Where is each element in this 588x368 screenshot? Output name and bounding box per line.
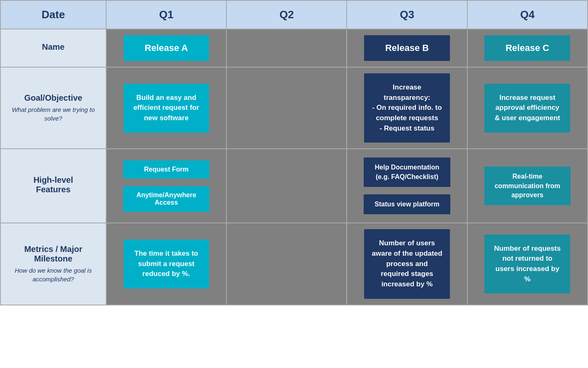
name-cell-q2 bbox=[226, 29, 347, 67]
metric-c-box: Number of requests not returned to users… bbox=[484, 235, 570, 294]
metrics-label-cell: Metrics / Major Milestone How do we know… bbox=[0, 223, 106, 305]
goal-cell-q3: Increase transparency:- On required info… bbox=[347, 67, 467, 149]
metrics-row: Metrics / Major Milestone How do we know… bbox=[0, 223, 588, 305]
goal-cell-q1: Build an easy and efficient request for … bbox=[106, 67, 226, 149]
features-label-cell: High-levelFeatures bbox=[0, 149, 106, 223]
feature-b2-box: Status view platform bbox=[364, 194, 450, 214]
features-label-title: High-levelFeatures bbox=[7, 175, 100, 194]
name-label-cell: Name bbox=[0, 29, 106, 67]
feature-c1-box: Real-time communication from approvers bbox=[484, 167, 571, 205]
name-cell-q4: Release C bbox=[467, 29, 588, 67]
metrics-cell-q2 bbox=[226, 223, 347, 305]
header-q4: Q4 bbox=[467, 0, 588, 29]
release-c-box: Release C bbox=[484, 35, 570, 61]
goal-row: Goal/Objective What problem are we tryin… bbox=[0, 67, 588, 149]
features-cell-q4: Real-time communication from approvers bbox=[467, 149, 588, 223]
release-b-box: Release B bbox=[364, 35, 450, 61]
metrics-cell-q4: Number of requests not returned to users… bbox=[467, 223, 588, 305]
name-row: Name Release A Release B Release C bbox=[0, 29, 588, 67]
metrics-label-subtitle: How do we know the goal is accomplished? bbox=[7, 266, 100, 283]
features-cell-q3: Help Documentation (e.g. FAQ/Checklist) … bbox=[347, 149, 467, 223]
features-cell-q2 bbox=[226, 149, 347, 223]
release-a-box: Release A bbox=[124, 35, 209, 61]
features-row: High-levelFeatures Request Form Anytime/… bbox=[0, 149, 588, 223]
metric-b-box: Number of users aware of the updated pro… bbox=[364, 229, 450, 298]
header-q2: Q2 bbox=[226, 0, 347, 29]
feature-b1-box: Help Documentation (e.g. FAQ/Checklist) bbox=[364, 157, 450, 187]
name-cell-q3: Release B bbox=[347, 29, 467, 67]
header-row: Date Q1 Q2 Q3 Q4 bbox=[0, 0, 588, 29]
header-q1: Q1 bbox=[106, 0, 226, 29]
goal-label-subtitle: What problem are we trying to solve? bbox=[7, 105, 100, 123]
goal-c-box: Increase request approval efficiency & u… bbox=[484, 84, 570, 133]
goal-label-title: Goal/Objective bbox=[7, 93, 100, 103]
metric-a-box: The time it takes to submit a request re… bbox=[124, 240, 209, 288]
name-cell-q1: Release A bbox=[106, 29, 226, 67]
feature-a2-box: Anytime/Anywhere Access bbox=[123, 186, 209, 212]
feature-a1-box: Request Form bbox=[123, 160, 209, 179]
roadmap-table: Date Q1 Q2 Q3 Q4 Name Release A Release … bbox=[0, 0, 588, 305]
features-cell-q1: Request Form Anytime/Anywhere Access bbox=[106, 149, 226, 223]
metrics-cell-q3: Number of users aware of the updated pro… bbox=[347, 223, 467, 305]
goal-label-cell: Goal/Objective What problem are we tryin… bbox=[0, 67, 106, 149]
metrics-label-title: Metrics / Major Milestone bbox=[7, 245, 100, 264]
metrics-cell-q1: The time it takes to submit a request re… bbox=[106, 223, 226, 305]
goal-cell-q4: Increase request approval efficiency & u… bbox=[467, 67, 588, 149]
goal-b-box: Increase transparency:- On required info… bbox=[364, 73, 450, 143]
name-label: Name bbox=[7, 42, 100, 52]
header-date: Date bbox=[0, 0, 106, 29]
header-q3: Q3 bbox=[347, 0, 467, 29]
goal-a-box: Build an easy and efficient request for … bbox=[124, 84, 209, 133]
goal-cell-q2 bbox=[226, 67, 347, 149]
